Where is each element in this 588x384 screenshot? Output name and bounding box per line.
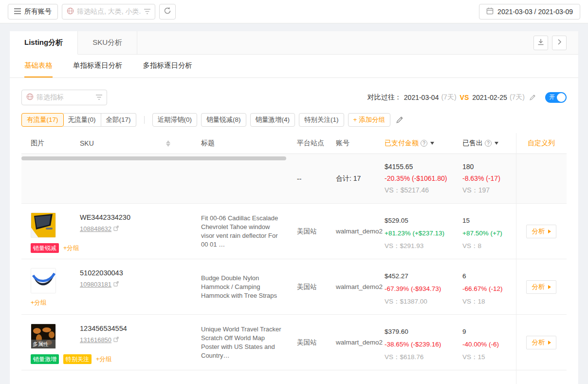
sku-sorter-icon[interactable] xyxy=(166,140,170,147)
chip-special-watch[interactable]: 特别关注(1) xyxy=(299,113,344,127)
sold-change: -40.00% (-6) xyxy=(462,338,516,351)
compare-date-current: 2021-03-04 xyxy=(404,94,439,101)
question-circle-icon[interactable]: ? xyxy=(485,140,492,147)
compare-toggle-label: 开 xyxy=(549,94,555,100)
header-paid-amount[interactable]: 已支付金额 xyxy=(385,139,419,148)
calendar-icon xyxy=(486,7,494,16)
sold-value: 6 xyxy=(462,270,516,283)
edit-groups-icon[interactable] xyxy=(394,115,405,125)
question-circle-icon[interactable]: ? xyxy=(421,140,427,147)
summary-row: -- 合计: 17 $4155.65 -20.35% (-$1061.80) V… xyxy=(21,154,567,204)
paid-value: $379.60 xyxy=(385,326,462,338)
metric-filter-placeholder: 筛选指标... xyxy=(37,93,63,102)
tabstrip-actions xyxy=(533,31,578,54)
globe-icon xyxy=(26,93,34,102)
header-sold[interactable]: 已售出 xyxy=(462,139,483,148)
multi-attribute-badge: 多属性 xyxy=(31,340,55,348)
analyze-button[interactable]: 分析 xyxy=(526,280,556,294)
analyze-button[interactable]: 分析 xyxy=(526,225,556,238)
date-range-picker[interactable]: 2021-03-03 / 2021-03-09 xyxy=(479,4,580,19)
chip-sales-plunge[interactable]: 销量锐减(8) xyxy=(201,113,246,127)
horizontal-scrollbar-thumb[interactable] xyxy=(21,156,286,160)
external-link-icon[interactable] xyxy=(113,225,119,232)
external-link-icon[interactable] xyxy=(113,336,119,344)
paid-vs: VS：$618.76 xyxy=(385,351,462,364)
tab-listing-analysis[interactable]: Listing分析 xyxy=(10,31,78,55)
chip-sales-surge[interactable]: 销量激增(4) xyxy=(250,113,295,127)
paid-vs: VS：$291.93 xyxy=(385,240,462,252)
subtab-basic-table[interactable]: 基础表格 xyxy=(24,55,53,77)
play-icon xyxy=(548,341,551,345)
listing-id-link[interactable]: 131616850 xyxy=(80,336,111,344)
site-filter-placeholder: 筛选站点, 大类, 小类... xyxy=(77,7,141,16)
tag-sales-surge: 销量激增 xyxy=(31,354,59,364)
product-image[interactable] xyxy=(31,268,56,293)
paid-change: -67.39% (-$934.73) xyxy=(385,283,462,295)
site-filter-input[interactable]: 筛选站点, 大类, 小类... xyxy=(62,4,155,19)
edit-compare-icon[interactable] xyxy=(527,92,538,103)
add-to-group-link[interactable]: +分组 xyxy=(63,244,79,252)
table-row: +分组 51022030043 109803181 Budge Double N… xyxy=(21,259,567,315)
all-accounts-label: 所有账号 xyxy=(24,7,52,16)
subtab-multi-metric-daily[interactable]: 多指标逐日分析 xyxy=(143,55,193,77)
tab-sku-analysis[interactable]: SKU分析 xyxy=(78,31,137,54)
listing-title: Budge Double Nylon Hammock / Camping Ham… xyxy=(195,259,292,314)
metric-filter-input[interactable]: 筛选指标... xyxy=(21,90,107,105)
table-row: 多属性 销量激增 特别关注 +分组 123456534554 131616850… xyxy=(21,315,567,370)
sold-vs: VS：18 xyxy=(462,295,516,308)
subtab-single-metric-daily[interactable]: 单指标逐日分析 xyxy=(73,55,123,77)
collapse-panel-button[interactable] xyxy=(552,36,567,50)
download-button[interactable] xyxy=(533,36,548,50)
summary-sold: 180 -8.63% (-17) VS：197 xyxy=(462,154,516,203)
caret-down-icon[interactable] xyxy=(495,142,498,145)
add-group-button[interactable]: + 添加分组 xyxy=(348,113,391,127)
refresh-button[interactable] xyxy=(159,4,176,19)
analysis-tabstrip: Listing分析 SKU分析 xyxy=(10,31,578,55)
view-subtabs: 基础表格 单指标逐日分析 多指标逐日分析 xyxy=(10,55,578,78)
compare-days-past: (7天) xyxy=(510,93,525,102)
chip-no-traffic[interactable]: 无流量(0) xyxy=(63,113,101,127)
chip-all[interactable]: 全部(17) xyxy=(101,113,136,127)
chevron-right-icon xyxy=(556,39,562,46)
account-name: walmart_demo2 xyxy=(331,204,385,259)
header-image: 图片 xyxy=(21,133,80,154)
summary-platform: -- xyxy=(292,154,331,203)
analyze-button[interactable]: 分析 xyxy=(526,336,556,349)
table-header-row: 图片 SKU 标题 平台站点 账号 已支付金额 ? 已售出 ? 自定义列 xyxy=(21,133,567,154)
listing-id-link[interactable]: 109803181 xyxy=(80,281,111,288)
product-image[interactable]: 多属性 xyxy=(31,324,56,349)
product-image[interactable] xyxy=(31,212,56,238)
listing-title: Fit 00-06 Cadillac Escalade Chevrolet Ta… xyxy=(195,204,292,259)
summary-sold-vs: VS：197 xyxy=(462,184,516,196)
summary-paid: $4155.65 -20.35% (-$1061.80) VS：$5217.46 xyxy=(385,154,462,203)
paid-vs: VS：$1387.00 xyxy=(385,295,462,308)
table-row: 销量锐减 +分组 WE3442334230 108848632 Fit 00-0… xyxy=(21,204,567,259)
all-accounts-button[interactable]: 所有账号 xyxy=(8,4,58,19)
chip-has-traffic[interactable]: 有流量(17) xyxy=(21,113,64,127)
compare-date-past: 2021-02-25 xyxy=(472,94,507,101)
add-to-group-link[interactable]: +分组 xyxy=(31,299,46,307)
listing-id-link[interactable]: 108848632 xyxy=(80,225,111,232)
sold-value: 15 xyxy=(462,214,516,227)
header-custom-columns[interactable]: 自定义列 xyxy=(516,133,567,154)
main-card: Listing分析 SKU分析 基础表格 单指标逐日分析 多指标逐日分析 xyxy=(10,31,578,384)
compare-past-section: 对比过往： 2021-03-04 (7天) VS 2021-02-25 (7天)… xyxy=(368,92,567,103)
sku-value: 51022030043 xyxy=(80,269,195,277)
filter-row: 筛选指标... 对比过往： 2021-03-04 (7天) VS 2021-02… xyxy=(10,78,578,105)
summary-paid-change: -20.35% (-$1061.80) xyxy=(385,173,462,184)
traffic-segment-group: 有流量(17) 无流量(0) 全部(17) xyxy=(21,113,136,127)
chip-recent-slow-moving[interactable]: 近期滞销(0) xyxy=(152,113,198,127)
filter-funnel-icon[interactable] xyxy=(144,8,150,16)
paid-value: $452.27 xyxy=(385,270,462,283)
platform-site: 美国站 xyxy=(292,315,331,370)
compare-toggle[interactable]: 开 xyxy=(545,92,567,103)
date-range-label: 2021-03-03 / 2021-03-09 xyxy=(497,8,573,16)
sku-value: 123456534554 xyxy=(80,325,195,332)
caret-down-icon[interactable] xyxy=(430,142,434,145)
listing-title: Unique World Travel Tracker Scratch Off … xyxy=(195,315,292,370)
filter-funnel-icon[interactable] xyxy=(96,94,102,101)
paid-value: $529.05 xyxy=(385,214,462,227)
external-link-icon[interactable] xyxy=(113,281,119,288)
sold-change: -66.67% (-12) xyxy=(462,283,516,295)
fixed-column-divider xyxy=(516,133,516,384)
